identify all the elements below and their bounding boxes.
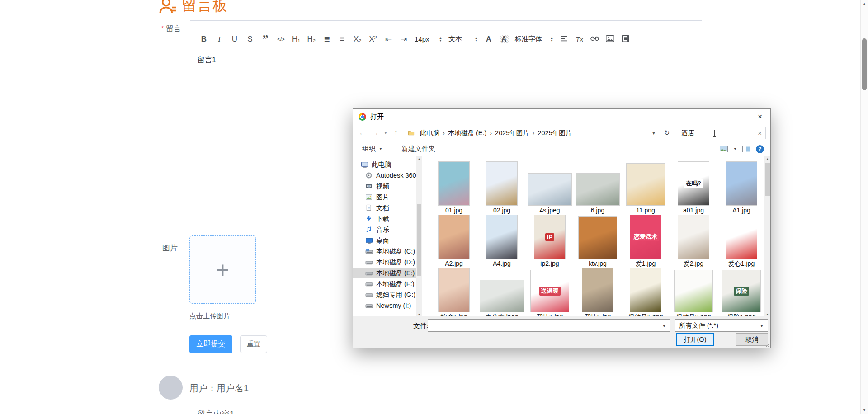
file-item-爱心1.jpg[interactable]: 爱心1.jpg xyxy=(717,214,764,268)
submit-button[interactable]: 立即提交 xyxy=(189,335,232,353)
breadcrumb-segment[interactable]: 2025年图片 xyxy=(535,129,576,137)
clear-format-button[interactable]: Tx xyxy=(575,36,584,42)
sidebar-scrollbar[interactable]: ▲ ▼ xyxy=(416,156,422,317)
scrollbar-thumb[interactable] xyxy=(417,204,421,276)
search-input[interactable]: 酒店 × xyxy=(677,127,766,139)
file-item-保健品1.png[interactable]: 保健品1.png xyxy=(622,268,670,317)
preview-pane-icon[interactable] xyxy=(742,146,750,152)
combo-dropdown-icon[interactable]: ▼ xyxy=(662,323,666,328)
sidebar-item--[interactable]: 此电脑 xyxy=(353,159,422,170)
ordered-list-button[interactable]: ≣ xyxy=(322,35,331,43)
breadcrumb-segment[interactable]: 本地磁盘 (E:) xyxy=(445,129,490,137)
sidebar-item-autodesk-360[interactable]: Autodesk 360 xyxy=(353,170,422,181)
align-button[interactable] xyxy=(560,35,569,43)
code-view-button[interactable]: </> xyxy=(276,36,285,42)
scroll-up-icon[interactable]: ▲ xyxy=(861,2,868,6)
font-background-button[interactable]: A xyxy=(500,35,509,43)
scroll-down-icon[interactable]: ▼ xyxy=(861,408,868,412)
sidebar-item--f-[interactable]: 本地磁盘 (F:) xyxy=(353,278,422,289)
forward-button[interactable]: → xyxy=(370,128,380,137)
sidebar-item--[interactable]: 图片 xyxy=(353,192,422,202)
file-item-01.jpg[interactable]: 01.jpg xyxy=(430,161,478,214)
file-item-11.png[interactable]: 11.png xyxy=(622,161,670,214)
filetype-select[interactable]: 所有文件 (*.*) ▼ xyxy=(675,319,768,332)
new-folder-button[interactable]: 新建文件夹 xyxy=(401,145,435,153)
image-upload-box[interactable]: + xyxy=(189,235,256,304)
view-mode-icon[interactable] xyxy=(719,146,728,152)
dialog-close-button[interactable]: × xyxy=(750,109,770,124)
file-item-A4.jpg[interactable]: A4.jpg xyxy=(478,214,526,268)
indent-button[interactable]: ⇥ xyxy=(399,35,408,43)
sidebar-item--[interactable]: 文档 xyxy=(353,202,422,213)
scroll-up-icon[interactable]: ▲ xyxy=(416,157,422,160)
insert-image-button[interactable] xyxy=(606,35,615,43)
font-family-select[interactable]: 标准字体▲▼ xyxy=(515,35,553,43)
scrollbar-thumb[interactable] xyxy=(765,163,770,196)
file-item-保健品2.png[interactable]: 保健品2.png xyxy=(670,268,717,317)
sidebar-item--[interactable]: 音乐 xyxy=(353,224,422,235)
heading-1-button[interactable]: H₁ xyxy=(292,35,301,43)
file-item-6.jpg[interactable]: 6.jpg xyxy=(574,161,622,214)
format-select[interactable]: 文本▲▼ xyxy=(448,35,478,43)
file-item-4s.jpeg[interactable]: 4s.jpeg xyxy=(526,161,574,214)
scrollbar-thumb[interactable] xyxy=(862,38,867,90)
back-button[interactable]: ← xyxy=(358,128,368,137)
font-color-button[interactable]: A xyxy=(484,36,493,43)
file-item-02.jpg[interactable]: 02.jpg xyxy=(478,161,526,214)
file-item-办公室.jpeg[interactable]: 办公室.jpeg xyxy=(478,268,526,317)
scroll-up-icon[interactable]: ▲ xyxy=(764,157,770,160)
page-scrollbar[interactable]: ▲ ▼ xyxy=(860,0,868,414)
sidebar-item-newsmy-i-[interactable]: Newsmy (I:) xyxy=(353,300,422,311)
sidebar-item--[interactable]: 桌面 xyxy=(353,235,422,246)
file-item-帮扶1.jpg[interactable]: 送温暖帮扶1.jpg xyxy=(526,268,574,317)
font-size-select[interactable]: 14px▲▼ xyxy=(415,35,442,43)
scroll-down-icon[interactable]: ▼ xyxy=(416,313,422,316)
blockquote-button[interactable]: ” xyxy=(261,37,270,42)
refresh-icon[interactable]: ↻ xyxy=(660,127,674,139)
reset-button[interactable]: 重置 xyxy=(240,335,267,353)
sidebar-item--d-[interactable]: 本地磁盘 (D:) xyxy=(353,257,422,268)
sidebar-item--[interactable]: 视频 xyxy=(353,181,422,192)
strikethrough-button[interactable]: S xyxy=(245,35,255,43)
insert-video-button[interactable] xyxy=(621,35,630,43)
scroll-down-icon[interactable]: ▼ xyxy=(764,313,770,316)
open-button[interactable]: 打开(O) xyxy=(676,333,714,346)
file-item-A1.jpg[interactable]: A1.jpg xyxy=(717,161,764,214)
file-item-保险1.png[interactable]: 保险保险1.png xyxy=(717,268,764,317)
file-item-爱2.jpg[interactable]: 爱2.jpg xyxy=(670,214,717,268)
up-button[interactable]: ↑ xyxy=(391,128,401,137)
subscript-button[interactable]: X₂ xyxy=(353,35,362,43)
file-item-ip2.jpg[interactable]: IPip2.jpg xyxy=(526,214,574,268)
sidebar-item--[interactable]: 下载 xyxy=(353,213,422,224)
search-clear-icon[interactable]: × xyxy=(758,129,762,137)
file-item-a01.jpg[interactable]: 在吗?a01.jpg xyxy=(670,161,717,214)
dialog-titlebar[interactable]: 打开 × xyxy=(353,109,770,124)
breadcrumb[interactable]: 此电脑›本地磁盘 (E:)›2025年图片›2025年图片 ▼ ↻ xyxy=(404,127,675,139)
breadcrumb-segment[interactable]: 此电脑 xyxy=(417,129,443,137)
recent-locations-dropdown-icon[interactable]: ▼ xyxy=(383,131,388,135)
superscript-button[interactable]: X² xyxy=(368,35,377,43)
view-mode-dropdown-icon[interactable]: ▼ xyxy=(733,147,737,151)
unordered-list-button[interactable]: ≡ xyxy=(338,35,347,43)
sidebar-item--g-[interactable]: 媳妇专用 (G:) xyxy=(353,289,422,300)
italic-button[interactable]: I xyxy=(215,35,224,43)
sidebar-item--c-[interactable]: 本地磁盘 (C:) xyxy=(353,246,422,257)
editor-content[interactable]: 留言1 xyxy=(190,49,702,71)
sidebar-item--e-[interactable]: 本地磁盘 (E:) xyxy=(353,268,422,278)
filename-input[interactable]: ▼ xyxy=(428,319,670,332)
breadcrumb-segment[interactable]: 2025年图片 xyxy=(492,129,533,137)
file-item-A2.jpg[interactable]: A2.jpg xyxy=(430,214,478,268)
address-dropdown-icon[interactable]: ▼ xyxy=(648,131,660,136)
outdent-button[interactable]: ⇤ xyxy=(384,35,393,43)
insert-link-button[interactable] xyxy=(590,35,599,43)
file-list-scrollbar[interactable]: ▲ ▼ xyxy=(764,156,770,317)
help-button[interactable]: ? xyxy=(756,145,764,153)
organize-button[interactable]: 组织▼ xyxy=(362,145,382,153)
file-item-ktv.jpg[interactable]: ktv.jpg xyxy=(574,214,622,268)
resize-grip[interactable] xyxy=(765,343,769,347)
file-item-爱1.jpg[interactable]: 恋爱话术爱1.jpg xyxy=(622,214,670,268)
heading-2-button[interactable]: H₂ xyxy=(307,35,316,43)
cancel-button[interactable]: 取消 xyxy=(736,333,768,346)
file-item-按摩1.jpg[interactable]: 按摩1.jpg xyxy=(430,268,478,317)
file-item-帮扶6.jpg[interactable]: 帮扶6.jpg xyxy=(574,268,622,317)
